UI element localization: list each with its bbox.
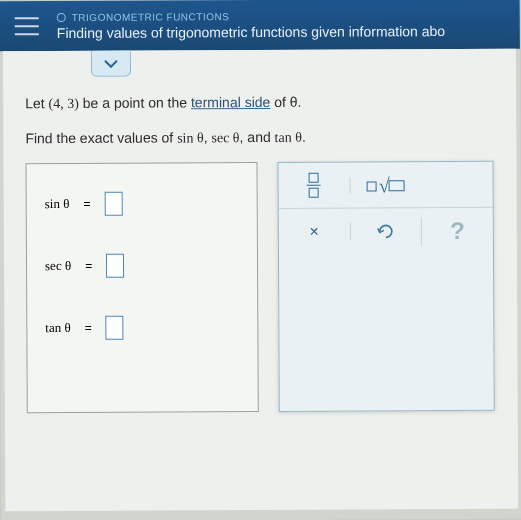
text: Let (25, 95, 48, 111)
fn: sec θ (211, 130, 239, 145)
answer-row-sec: sec θ = (45, 253, 239, 278)
text: be a point on the (79, 94, 191, 111)
work-area: sin θ = sec θ = tan θ = (25, 161, 495, 413)
help-icon: ? (450, 217, 465, 245)
equals: = (85, 321, 92, 335)
input-tan[interactable] (106, 316, 124, 340)
text: Find the exact values of (25, 129, 177, 146)
text: , (204, 129, 212, 145)
fn: sin θ (177, 130, 204, 145)
times-icon: × (309, 223, 318, 241)
input-sin[interactable] (104, 192, 122, 216)
equals: = (83, 197, 90, 211)
content-area: Let (4, 3) be a point on the terminal si… (3, 49, 518, 512)
undo-button[interactable] (349, 222, 421, 240)
circle-icon (57, 13, 66, 22)
screenshot: TRIGONOMETRIC FUNCTIONS Finding values o… (0, 0, 521, 520)
palette-row-1: √ (278, 162, 492, 209)
text: . (302, 129, 306, 145)
label-sec: sec θ (45, 258, 71, 274)
text: of θ. (270, 94, 301, 110)
clear-button[interactable]: × (279, 223, 350, 241)
radical-icon: √ (367, 177, 405, 193)
radical-button[interactable]: √ (349, 177, 421, 193)
label-sin: sin θ (45, 196, 70, 212)
menu-icon[interactable] (15, 17, 39, 35)
answer-row-tan: tan θ = (45, 315, 239, 340)
undo-icon (376, 222, 396, 240)
answer-box: sin θ = sec θ = tan θ = (25, 162, 258, 413)
text: , and (240, 129, 275, 145)
help-button[interactable]: ? (421, 217, 493, 245)
header-text: TRIGONOMETRIC FUNCTIONS Finding values o… (57, 10, 445, 41)
section-name: TRIGONOMETRIC FUNCTIONS (72, 11, 230, 23)
equals: = (85, 259, 92, 273)
tool-palette: √ × (277, 161, 494, 412)
app-header: TRIGONOMETRIC FUNCTIONS Finding values o… (0, 0, 520, 51)
input-sec[interactable] (106, 254, 124, 278)
chevron-down-icon (103, 57, 119, 69)
page-title: Finding values of trigonometric function… (57, 23, 445, 41)
problem-statement: Let (4, 3) be a point on the terminal si… (25, 91, 494, 149)
answer-row-sin: sin θ = (45, 191, 239, 216)
expand-tab[interactable] (91, 51, 131, 77)
fraction-icon (307, 172, 321, 197)
fn: tan θ (275, 130, 302, 145)
label-tan: tan θ (45, 320, 70, 336)
point: (4, 3) (48, 96, 78, 111)
fraction-button[interactable] (279, 172, 350, 198)
terminal-side-link[interactable]: terminal side (191, 94, 270, 110)
palette-row-2: × ? (279, 208, 493, 255)
section-overline: TRIGONOMETRIC FUNCTIONS (57, 10, 445, 23)
